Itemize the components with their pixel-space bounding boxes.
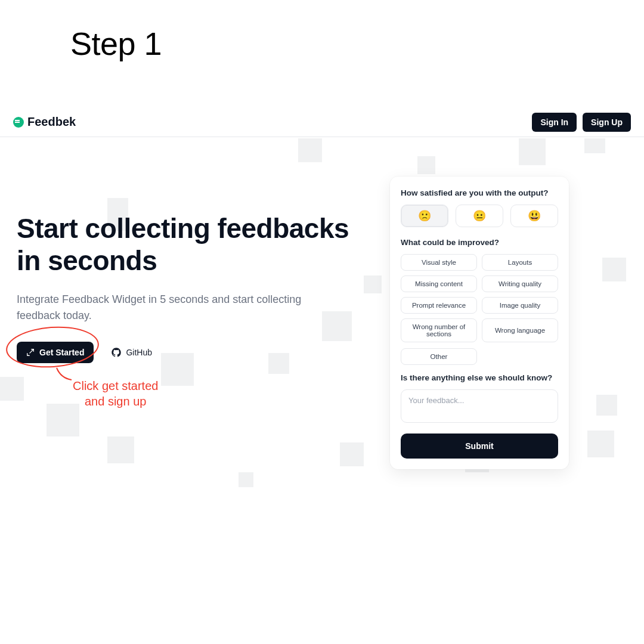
- cta-row: Get Started GitHub: [17, 342, 351, 363]
- feedbek-logo-icon: [13, 117, 24, 128]
- arrow-right-icon: [26, 348, 35, 357]
- widget-question-improve: What could be improved?: [401, 238, 558, 247]
- github-button[interactable]: GitHub: [103, 342, 160, 363]
- chip-visual-style[interactable]: Visual style: [401, 254, 477, 271]
- github-icon: [112, 348, 121, 357]
- get-started-label: Get Started: [39, 348, 84, 357]
- chip-missing-content[interactable]: Missing content: [401, 275, 477, 292]
- chip-writing-quality[interactable]: Writing quality: [482, 275, 558, 292]
- hero-section: Start collecting feedbacks in seconds In…: [17, 212, 351, 363]
- annotation-line2: and sign up: [85, 395, 146, 408]
- navbar: Feedbek Sign In Sign Up: [0, 112, 644, 137]
- feedback-widget: How satisfied are you with the output? 🙁…: [390, 177, 569, 469]
- sign-up-button[interactable]: Sign Up: [583, 113, 631, 132]
- chip-wrong-language[interactable]: Wrong language: [482, 318, 558, 342]
- logo[interactable]: Feedbek: [13, 115, 76, 129]
- emoji-neutral-button[interactable]: 😐: [456, 205, 503, 227]
- emoji-happy-button[interactable]: 😃: [510, 205, 558, 227]
- hero-subtitle: Integrate Feedback Widget in 5 seconds a…: [17, 292, 303, 324]
- improvement-chips: Visual style Layouts Missing content Wri…: [401, 254, 558, 342]
- chip-prompt-relevance[interactable]: Prompt relevance: [401, 297, 477, 314]
- hero-title: Start collecting feedbacks in seconds: [17, 212, 351, 277]
- sign-in-button[interactable]: Sign In: [532, 113, 577, 132]
- feedback-textarea[interactable]: [401, 389, 558, 423]
- chip-wrong-sections[interactable]: Wrong number of sections: [401, 318, 477, 342]
- logo-text: Feedbek: [27, 115, 76, 129]
- widget-question-else: Is there anything else we should know?: [401, 373, 558, 382]
- chip-image-quality[interactable]: Image quality: [482, 297, 558, 314]
- annotation-line1: Click get started: [73, 379, 158, 392]
- github-label: GitHub: [126, 348, 152, 357]
- annotation-text: Click get started and sign up: [73, 378, 158, 409]
- widget-question-satisfaction: How satisfied are you with the output?: [401, 188, 558, 197]
- emoji-row: 🙁 😐 😃: [401, 205, 558, 227]
- step-title: Step 1: [70, 25, 162, 62]
- emoji-sad-button[interactable]: 🙁: [401, 205, 448, 227]
- chip-layouts[interactable]: Layouts: [482, 254, 558, 271]
- nav-buttons: Sign In Sign Up: [532, 113, 631, 132]
- get-started-button[interactable]: Get Started: [17, 342, 94, 363]
- chip-row-other: Other: [401, 348, 558, 365]
- chip-other[interactable]: Other: [401, 348, 477, 365]
- submit-button[interactable]: Submit: [401, 434, 558, 459]
